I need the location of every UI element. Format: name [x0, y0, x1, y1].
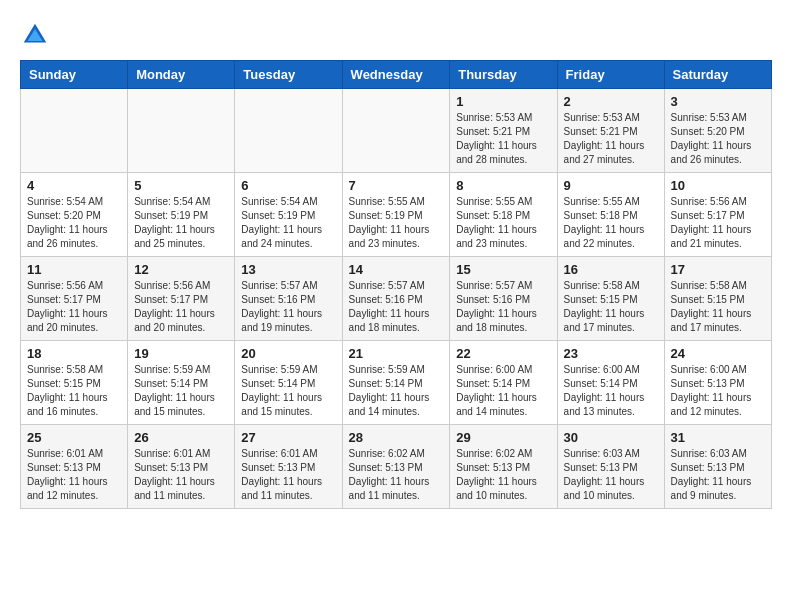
calendar-cell: 8Sunrise: 5:55 AM Sunset: 5:18 PM Daylig… [450, 173, 557, 257]
day-info: Sunrise: 5:59 AM Sunset: 5:14 PM Dayligh… [134, 363, 228, 419]
day-number: 1 [456, 94, 550, 109]
calendar-cell [342, 89, 450, 173]
day-number: 15 [456, 262, 550, 277]
calendar-cell: 26Sunrise: 6:01 AM Sunset: 5:13 PM Dayli… [128, 425, 235, 509]
day-number: 8 [456, 178, 550, 193]
day-number: 7 [349, 178, 444, 193]
day-info: Sunrise: 5:59 AM Sunset: 5:14 PM Dayligh… [241, 363, 335, 419]
day-number: 30 [564, 430, 658, 445]
calendar-cell: 12Sunrise: 5:56 AM Sunset: 5:17 PM Dayli… [128, 257, 235, 341]
day-number: 3 [671, 94, 765, 109]
day-number: 4 [27, 178, 121, 193]
calendar-cell: 2Sunrise: 5:53 AM Sunset: 5:21 PM Daylig… [557, 89, 664, 173]
day-number: 28 [349, 430, 444, 445]
day-header-wednesday: Wednesday [342, 61, 450, 89]
logo [20, 20, 56, 50]
calendar-header-row: SundayMondayTuesdayWednesdayThursdayFrid… [21, 61, 772, 89]
day-info: Sunrise: 6:03 AM Sunset: 5:13 PM Dayligh… [564, 447, 658, 503]
day-info: Sunrise: 6:01 AM Sunset: 5:13 PM Dayligh… [134, 447, 228, 503]
day-info: Sunrise: 5:54 AM Sunset: 5:19 PM Dayligh… [134, 195, 228, 251]
day-info: Sunrise: 5:57 AM Sunset: 5:16 PM Dayligh… [241, 279, 335, 335]
day-number: 12 [134, 262, 228, 277]
day-info: Sunrise: 5:56 AM Sunset: 5:17 PM Dayligh… [27, 279, 121, 335]
day-number: 2 [564, 94, 658, 109]
calendar-cell: 23Sunrise: 6:00 AM Sunset: 5:14 PM Dayli… [557, 341, 664, 425]
day-number: 29 [456, 430, 550, 445]
day-info: Sunrise: 6:02 AM Sunset: 5:13 PM Dayligh… [456, 447, 550, 503]
calendar-cell: 30Sunrise: 6:03 AM Sunset: 5:13 PM Dayli… [557, 425, 664, 509]
day-number: 11 [27, 262, 121, 277]
calendar-week-row: 11Sunrise: 5:56 AM Sunset: 5:17 PM Dayli… [21, 257, 772, 341]
day-number: 19 [134, 346, 228, 361]
calendar-cell: 9Sunrise: 5:55 AM Sunset: 5:18 PM Daylig… [557, 173, 664, 257]
day-info: Sunrise: 5:58 AM Sunset: 5:15 PM Dayligh… [671, 279, 765, 335]
day-header-saturday: Saturday [664, 61, 771, 89]
day-number: 31 [671, 430, 765, 445]
calendar-cell: 28Sunrise: 6:02 AM Sunset: 5:13 PM Dayli… [342, 425, 450, 509]
day-number: 17 [671, 262, 765, 277]
calendar-cell: 4Sunrise: 5:54 AM Sunset: 5:20 PM Daylig… [21, 173, 128, 257]
day-info: Sunrise: 5:57 AM Sunset: 5:16 PM Dayligh… [456, 279, 550, 335]
calendar-cell: 22Sunrise: 6:00 AM Sunset: 5:14 PM Dayli… [450, 341, 557, 425]
day-number: 13 [241, 262, 335, 277]
calendar-cell: 7Sunrise: 5:55 AM Sunset: 5:19 PM Daylig… [342, 173, 450, 257]
calendar-cell [235, 89, 342, 173]
day-header-friday: Friday [557, 61, 664, 89]
day-number: 21 [349, 346, 444, 361]
calendar-cell: 13Sunrise: 5:57 AM Sunset: 5:16 PM Dayli… [235, 257, 342, 341]
calendar-cell: 24Sunrise: 6:00 AM Sunset: 5:13 PM Dayli… [664, 341, 771, 425]
day-info: Sunrise: 6:00 AM Sunset: 5:14 PM Dayligh… [456, 363, 550, 419]
day-header-monday: Monday [128, 61, 235, 89]
day-info: Sunrise: 5:53 AM Sunset: 5:20 PM Dayligh… [671, 111, 765, 167]
day-info: Sunrise: 6:00 AM Sunset: 5:14 PM Dayligh… [564, 363, 658, 419]
day-number: 16 [564, 262, 658, 277]
day-info: Sunrise: 6:02 AM Sunset: 5:13 PM Dayligh… [349, 447, 444, 503]
day-info: Sunrise: 5:56 AM Sunset: 5:17 PM Dayligh… [134, 279, 228, 335]
calendar-cell: 25Sunrise: 6:01 AM Sunset: 5:13 PM Dayli… [21, 425, 128, 509]
day-number: 26 [134, 430, 228, 445]
day-number: 23 [564, 346, 658, 361]
calendar-week-row: 18Sunrise: 5:58 AM Sunset: 5:15 PM Dayli… [21, 341, 772, 425]
calendar-cell: 6Sunrise: 5:54 AM Sunset: 5:19 PM Daylig… [235, 173, 342, 257]
day-info: Sunrise: 6:01 AM Sunset: 5:13 PM Dayligh… [241, 447, 335, 503]
calendar-cell: 19Sunrise: 5:59 AM Sunset: 5:14 PM Dayli… [128, 341, 235, 425]
day-number: 9 [564, 178, 658, 193]
calendar-cell: 10Sunrise: 5:56 AM Sunset: 5:17 PM Dayli… [664, 173, 771, 257]
calendar-cell: 20Sunrise: 5:59 AM Sunset: 5:14 PM Dayli… [235, 341, 342, 425]
calendar-cell: 3Sunrise: 5:53 AM Sunset: 5:20 PM Daylig… [664, 89, 771, 173]
calendar-cell: 1Sunrise: 5:53 AM Sunset: 5:21 PM Daylig… [450, 89, 557, 173]
day-number: 27 [241, 430, 335, 445]
calendar-cell [128, 89, 235, 173]
day-info: Sunrise: 5:58 AM Sunset: 5:15 PM Dayligh… [564, 279, 658, 335]
day-info: Sunrise: 5:55 AM Sunset: 5:19 PM Dayligh… [349, 195, 444, 251]
day-info: Sunrise: 6:00 AM Sunset: 5:13 PM Dayligh… [671, 363, 765, 419]
calendar-cell [21, 89, 128, 173]
day-info: Sunrise: 5:55 AM Sunset: 5:18 PM Dayligh… [564, 195, 658, 251]
day-info: Sunrise: 5:58 AM Sunset: 5:15 PM Dayligh… [27, 363, 121, 419]
day-number: 5 [134, 178, 228, 193]
calendar-cell: 5Sunrise: 5:54 AM Sunset: 5:19 PM Daylig… [128, 173, 235, 257]
day-info: Sunrise: 5:54 AM Sunset: 5:20 PM Dayligh… [27, 195, 121, 251]
calendar-table: SundayMondayTuesdayWednesdayThursdayFrid… [20, 60, 772, 509]
calendar-cell: 17Sunrise: 5:58 AM Sunset: 5:15 PM Dayli… [664, 257, 771, 341]
day-number: 20 [241, 346, 335, 361]
calendar-cell: 11Sunrise: 5:56 AM Sunset: 5:17 PM Dayli… [21, 257, 128, 341]
calendar-cell: 27Sunrise: 6:01 AM Sunset: 5:13 PM Dayli… [235, 425, 342, 509]
calendar-cell: 15Sunrise: 5:57 AM Sunset: 5:16 PM Dayli… [450, 257, 557, 341]
day-info: Sunrise: 6:01 AM Sunset: 5:13 PM Dayligh… [27, 447, 121, 503]
calendar-week-row: 4Sunrise: 5:54 AM Sunset: 5:20 PM Daylig… [21, 173, 772, 257]
calendar-week-row: 1Sunrise: 5:53 AM Sunset: 5:21 PM Daylig… [21, 89, 772, 173]
day-info: Sunrise: 6:03 AM Sunset: 5:13 PM Dayligh… [671, 447, 765, 503]
day-info: Sunrise: 5:57 AM Sunset: 5:16 PM Dayligh… [349, 279, 444, 335]
calendar-cell: 16Sunrise: 5:58 AM Sunset: 5:15 PM Dayli… [557, 257, 664, 341]
day-info: Sunrise: 5:56 AM Sunset: 5:17 PM Dayligh… [671, 195, 765, 251]
day-info: Sunrise: 5:53 AM Sunset: 5:21 PM Dayligh… [564, 111, 658, 167]
page-header [20, 20, 772, 50]
day-info: Sunrise: 5:59 AM Sunset: 5:14 PM Dayligh… [349, 363, 444, 419]
logo-icon [20, 20, 50, 50]
day-header-tuesday: Tuesday [235, 61, 342, 89]
day-header-thursday: Thursday [450, 61, 557, 89]
calendar-cell: 31Sunrise: 6:03 AM Sunset: 5:13 PM Dayli… [664, 425, 771, 509]
day-info: Sunrise: 5:53 AM Sunset: 5:21 PM Dayligh… [456, 111, 550, 167]
day-number: 6 [241, 178, 335, 193]
